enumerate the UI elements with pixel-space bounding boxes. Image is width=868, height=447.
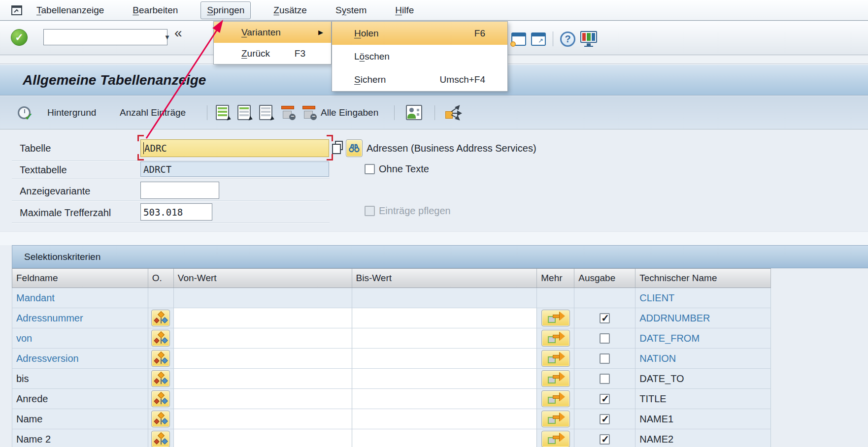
table-row-client: MandantCLIENT [12, 288, 771, 308]
column-header-technischername: Technischer Name [635, 269, 771, 287]
max-trefferzahl-input[interactable]: 503.018 [140, 203, 212, 221]
menu-item-hilfe[interactable]: Hilfe [389, 2, 420, 19]
menu-entry-varianten[interactable]: Varianten▶ [214, 22, 331, 43]
table-contents-button[interactable] [346, 139, 363, 157]
von-wert-input[interactable] [174, 389, 352, 409]
delete-selection-icon[interactable]: − [281, 105, 296, 120]
transaction-icon[interactable] [11, 4, 24, 16]
collapse-toolbar-button[interactable]: « [174, 25, 182, 41]
selection-options-button[interactable] [151, 431, 170, 447]
selection-options-button[interactable] [151, 330, 170, 347]
von-wert-input-disabled [174, 288, 352, 308]
von-wert-input[interactable] [174, 409, 352, 429]
multiple-selection-button[interactable] [541, 350, 570, 367]
new-session-icon[interactable] [511, 32, 526, 46]
multiple-selection-button[interactable] [541, 370, 570, 387]
tabelle-input[interactable]: ADRC [140, 139, 329, 157]
texttabelle-label: Texttabelle [20, 164, 67, 176]
submenu-entry-sichern[interactable]: SichernUmsch+F4 [332, 68, 507, 91]
form-row-divider [12, 179, 330, 179]
multiple-selection-button[interactable] [541, 431, 570, 447]
bis-wert-input[interactable] [352, 308, 537, 328]
select-block-icon[interactable] [237, 105, 251, 120]
varianten-submenu-panel: HolenF6LöschenSichernUmsch+F4 [332, 21, 508, 92]
multiple-selection-button[interactable] [541, 390, 570, 407]
command-dropdown-icon[interactable]: ▼ [164, 33, 170, 41]
menu-item-bearbeiten[interactable]: Bearbeiten [127, 2, 184, 19]
select-all-inputs-icon[interactable] [216, 105, 229, 120]
ausgabe-checkbox[interactable] [600, 414, 610, 424]
table-row-name1: NameNAME1 [12, 409, 771, 429]
menu-item-zustze[interactable]: Zusätze [267, 2, 313, 19]
ausgabe-checkbox[interactable] [600, 333, 610, 344]
submenu-entry-holen[interactable]: HolenF6 [332, 22, 507, 45]
menu-items: TabellenanzeigeBearbeitenSpringenZusätze… [31, 1, 420, 19]
ausgabe-checkbox[interactable] [600, 394, 610, 404]
export-icon[interactable] [444, 105, 462, 121]
column-header-o: O. [148, 269, 174, 287]
selection-options-button[interactable] [151, 411, 170, 427]
ausgabe-checkbox[interactable] [600, 353, 610, 364]
anzeigevariante-input[interactable] [140, 182, 219, 199]
ausgabe-checkbox[interactable] [600, 313, 610, 323]
feldname-label: Anrede [16, 393, 48, 405]
delete-all-icon[interactable]: − [302, 105, 317, 120]
ausgabe-checkbox[interactable] [600, 374, 610, 384]
table-row-date_to: bisDATE_TO [12, 369, 771, 389]
menu-item-system[interactable]: System [330, 2, 372, 19]
selection-options-button[interactable] [151, 390, 170, 407]
command-input[interactable] [44, 30, 164, 45]
create-shortcut-icon[interactable]: ↗ [531, 32, 546, 46]
texttabelle-field: ADRCT [140, 161, 329, 177]
ohne-texte-row: Ohne Texte [365, 163, 429, 175]
selection-options-button[interactable] [151, 370, 170, 387]
technischer-name-label: NAME1 [639, 414, 673, 425]
ausgabe-checkbox[interactable] [600, 434, 610, 445]
eintraege-pflegen-checkbox [365, 206, 375, 216]
bis-wert-input[interactable] [352, 328, 537, 349]
section-gap [0, 231, 868, 245]
menu-entry-zurck[interactable]: ZurückF3 [214, 43, 331, 64]
multiple-selection-button[interactable] [541, 310, 570, 326]
technischer-name-label: DATE_TO [639, 373, 684, 384]
customize-layout-icon[interactable] [580, 31, 597, 47]
deselect-icon[interactable] [259, 105, 272, 120]
menu-entry-label: Varianten [241, 27, 281, 38]
von-wert-input[interactable] [174, 349, 352, 369]
bis-wert-input[interactable] [352, 349, 537, 369]
matchcode-icon[interactable] [335, 141, 343, 150]
selection-options-button[interactable] [151, 310, 170, 326]
menu-bar: TabellenanzeigeBearbeitenSpringenZusätze… [0, 0, 868, 21]
enter-check-icon[interactable]: ✓ [11, 29, 28, 46]
von-wert-input[interactable] [174, 429, 352, 447]
anzahl-eintraege-button[interactable]: Anzahl Einträge [120, 96, 186, 129]
column-header-biswert: Bis-Wert [352, 269, 537, 287]
multiple-selection-button[interactable] [541, 411, 570, 427]
menu-entry-label: Löschen [354, 51, 390, 62]
binoculars-icon [348, 143, 360, 153]
menu-item-springen[interactable]: Springen [200, 1, 251, 19]
multiple-selection-button[interactable] [541, 330, 570, 347]
bis-wert-input[interactable] [352, 389, 537, 409]
bis-wert-input[interactable] [352, 429, 537, 447]
bis-wert-input[interactable] [352, 369, 537, 389]
selection-options-button[interactable] [151, 350, 170, 367]
bis-wert-input[interactable] [352, 409, 537, 429]
von-wert-input[interactable] [174, 369, 352, 389]
von-wert-input[interactable] [174, 308, 352, 328]
help-icon[interactable]: ? [560, 32, 575, 47]
alle-eingaben-button[interactable]: Alle Eingaben [321, 96, 378, 129]
execute-icon[interactable] [18, 106, 31, 119]
text-cursor [143, 142, 144, 154]
ohne-texte-checkbox[interactable] [365, 164, 375, 174]
user-parameters-icon[interactable] [406, 105, 422, 120]
technischer-name-label: NAME2 [639, 434, 673, 445]
menu-entry-label: Sichern [354, 74, 386, 85]
submenu-entry-lschen[interactable]: Löschen [332, 45, 507, 68]
menu-item-tabellenanzeige[interactable]: Tabellenanzeige [31, 2, 110, 19]
command-field-wrap: ▼ [43, 29, 167, 45]
page-title: Allgemeine Tabellenanzeige [23, 72, 206, 88]
eintraege-pflegen-label: Einträge pflegen [379, 205, 451, 217]
hintergrund-button[interactable]: Hintergrund [47, 96, 96, 129]
von-wert-input[interactable] [174, 328, 352, 349]
